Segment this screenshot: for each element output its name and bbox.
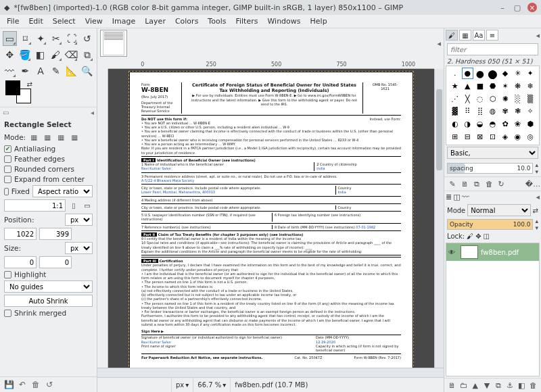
tool-fuzzy-select[interactable]: ✦ [34, 31, 48, 46]
position-unit-select[interactable]: px [65, 214, 93, 226]
lock-alpha-icon[interactable]: ◫ [484, 232, 490, 240]
menu-windows[interactable]: Windows [263, 16, 304, 27]
tab-patterns[interactable]: ▦ [459, 30, 471, 41]
ruler-vertical[interactable] [97, 69, 108, 368]
tool-paintbrush[interactable]: 🖌 [49, 47, 63, 62]
lock-position-icon[interactable]: ✥ [475, 232, 481, 240]
layer-merge-icon[interactable]: ⚓ [505, 380, 515, 391]
tool-options-restore-icon[interactable]: ↶ [16, 378, 28, 391]
tool-warp[interactable]: ↺ [80, 31, 94, 46]
menu-view[interactable]: View [81, 16, 107, 27]
swap-colors-icon[interactable]: ⇄ [27, 80, 32, 88]
fixed-checkbox[interactable] [4, 188, 9, 195]
mode-subtract-icon[interactable]: ▦ [55, 132, 66, 143]
auto-shrink-button[interactable]: Auto Shrink [4, 295, 93, 307]
menu-colors[interactable]: Colors [171, 16, 202, 27]
highlight-checkbox[interactable] [4, 271, 11, 278]
opacity-stepper[interactable]: ▴▾ [535, 218, 538, 231]
scrollbar-horizontal[interactable] [97, 368, 444, 377]
scrollbar-vertical[interactable] [434, 69, 444, 368]
menu-select[interactable]: Select [49, 16, 80, 27]
position-y-input[interactable] [39, 228, 72, 240]
dock-tab-tool-options-icon[interactable]: ▭ [3, 109, 9, 116]
layer-new-icon[interactable]: 🗎 [447, 380, 457, 391]
tool-color-picker[interactable]: ✎ [49, 64, 63, 78]
layer-list[interactable]: 👁 fw8ben.pdf [446, 243, 540, 376]
layer-item[interactable]: 👁 fw8ben.pdf [446, 243, 539, 261]
size-h-input[interactable] [39, 256, 72, 268]
layer-up-icon[interactable]: ▲ [470, 380, 480, 391]
rounded-checkbox[interactable] [4, 166, 11, 173]
orientation-landscape-icon[interactable]: ▭ [82, 200, 93, 211]
window-maximize-button[interactable]: ▢ [513, 3, 522, 12]
layer-down-icon[interactable]: ▼ [481, 380, 492, 391]
layer-mode-select[interactable]: Normal [467, 204, 530, 216]
menu-tools[interactable]: Tools [204, 16, 230, 27]
status-unit-select[interactable]: px [176, 381, 184, 389]
tool-rectangle-select[interactable]: ▭ [3, 31, 17, 46]
menu-file[interactable]: File [3, 16, 23, 27]
tool-bucket-fill[interactable]: 🪣 [18, 47, 32, 62]
mode-add-icon[interactable]: ▦ [42, 132, 53, 143]
brush-refresh-icon[interactable]: ↻ [496, 178, 507, 189]
expand-checkbox[interactable] [4, 176, 11, 183]
tool-measure[interactable]: 📐 [64, 64, 78, 78]
layer-name-label[interactable]: fw8ben.pdf [481, 249, 519, 256]
dock-menu-icon[interactable]: ◂ [91, 109, 94, 116]
dock-menu-icon[interactable]: ◂ [536, 31, 540, 40]
status-zoom-select[interactable]: 66.7 % [197, 381, 221, 389]
ruler-horizontal[interactable]: 0 250 500 750 1000 [108, 58, 434, 69]
window-minimize-button[interactable]: – [498, 3, 507, 12]
tool-move[interactable]: ✥ [3, 47, 17, 62]
tool-zoom[interactable]: 🔍 [80, 64, 94, 78]
brush-new-icon[interactable]: 🗎 [459, 178, 470, 189]
tool-text[interactable]: A [34, 64, 48, 78]
tool-options-save-icon[interactable]: 💾 [3, 378, 15, 391]
layer-visibility-icon[interactable]: 👁 [448, 249, 458, 256]
brush-filter-input[interactable] [447, 43, 538, 55]
menu-filters[interactable]: Filters [231, 16, 262, 27]
tool-clone[interactable]: ⧉ [80, 47, 94, 62]
tool-options-reset-icon[interactable]: ↺ [43, 378, 55, 391]
tool-paths[interactable]: ✒ [18, 64, 32, 78]
window-close-button[interactable]: × [527, 3, 537, 12]
image-tabs-menu-icon[interactable]: ◂ [437, 39, 441, 48]
tool-eraser[interactable]: ⌫ [64, 47, 79, 62]
brush-duplicate-icon[interactable]: ⧉ [471, 178, 482, 189]
lock-pixels-icon[interactable]: 🖌 [467, 232, 473, 240]
brush-grid[interactable]: .●●●◆✳✦ ★▲■⬣✶❋❄ ⋰╳◌⬡✺░▒ ▓⠿⣿◍✾❃✧ ◐◑◒◓✿❀⬢ … [446, 66, 540, 145]
mode-replace-icon[interactable]: ▦ [28, 132, 39, 143]
mode-intersect-icon[interactable]: ▦ [69, 132, 80, 143]
layer-delete-icon[interactable]: 🗑 [528, 380, 538, 391]
tab-paths[interactable]: 〰 [462, 193, 469, 201]
tab-history[interactable]: ≡ [486, 30, 498, 41]
menu-edit[interactable]: Edit [24, 16, 47, 27]
brush-delete-icon[interactable]: 🗑 [484, 178, 494, 189]
fixed-mode-select[interactable]: Aspect ratio [32, 185, 93, 197]
tab-fonts[interactable]: Aa [473, 30, 485, 41]
foreground-color[interactable] [5, 80, 20, 95]
layer-group-icon[interactable]: 🗀 [458, 380, 469, 391]
feather-checkbox[interactable] [4, 155, 11, 163]
layer-mode-switch-icon[interactable]: ⇄ [533, 207, 538, 214]
brush-open-as-image-icon[interactable]: �… [527, 178, 538, 189]
tool-unified-transform[interactable]: ⛶ [64, 31, 78, 46]
tool-options-delete-icon[interactable]: 🗑 [30, 378, 42, 391]
antialiasing-checkbox[interactable] [4, 145, 11, 153]
tab-channels[interactable]: ◫ [453, 193, 460, 201]
menu-layer[interactable]: Layer [141, 16, 170, 27]
position-x-input[interactable] [4, 228, 37, 240]
color-swatches[interactable]: ⇄ ◩ [5, 80, 37, 103]
tool-free-select[interactable]: ⌑ [18, 31, 32, 46]
tool-crop[interactable]: ✂ [49, 31, 63, 46]
menu-help[interactable]: Help [306, 16, 331, 27]
tool-gradient[interactable]: ◧ [33, 47, 47, 62]
guides-select[interactable]: No guides [4, 280, 93, 293]
brush-edit-icon[interactable]: ✎ [447, 178, 458, 189]
canvas[interactable]: Form W-8BEN (Rev. July 2017) Department … [108, 69, 434, 368]
layer-mask-icon[interactable]: ◧ [517, 380, 527, 391]
dock-menu-icon[interactable]: ◂ [536, 193, 540, 201]
shrink-merged-checkbox[interactable] [4, 310, 11, 317]
ratio-input[interactable] [4, 199, 66, 212]
size-unit-select[interactable]: px [65, 242, 93, 254]
